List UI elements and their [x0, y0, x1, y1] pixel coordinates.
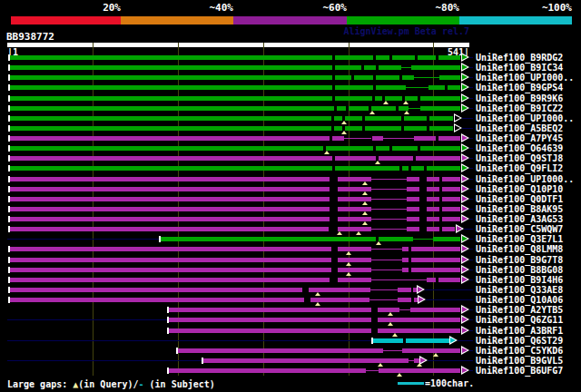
hit-label[interactable]: UniRef100_UPI000.. — [476, 73, 574, 83]
hit-row[interactable] — [7, 53, 473, 63]
hit-row[interactable] — [7, 93, 473, 103]
hit-label[interactable]: UniRef100_C5WQW7 — [476, 224, 563, 234]
hit-row[interactable] — [7, 103, 473, 113]
scale-label: 20% — [103, 2, 121, 14]
hit-label[interactable]: UniRef100_B9GVL5 — [476, 356, 563, 366]
hit-row[interactable] — [7, 244, 473, 254]
hit-row[interactable] — [7, 224, 473, 234]
hit-label[interactable]: UniRef100_A3AG53 — [476, 214, 563, 224]
watermark-text: AlignView.pm Beta rel.7 — [344, 26, 469, 36]
query-name: BB938772 — [6, 31, 54, 43]
hit-row[interactable] — [7, 163, 473, 173]
hit-row[interactable] — [7, 214, 473, 224]
hit-label[interactable]: UniRef100_Q0DTF1 — [476, 194, 563, 204]
hit-label[interactable]: UniRef100_B9ICZ2 — [476, 103, 563, 113]
query-ruler-bar — [7, 43, 469, 47]
hit-label[interactable]: UniRef100_B9GPS4 — [476, 83, 563, 93]
hit-row[interactable] — [7, 356, 473, 366]
hit-label[interactable]: UniRef100_Q3E7L1 — [476, 234, 563, 244]
hit-row[interactable] — [7, 285, 473, 295]
legend-suffix: (in Subject) — [144, 379, 215, 389]
hit-label[interactable]: UniRef100_B9RDG2 — [476, 53, 563, 63]
alignment-overview-page: 20%~40%~60%~80%~100% BB938772 AlignView.… — [0, 0, 581, 392]
scale-segment-cyan — [459, 16, 572, 24]
hit-label[interactable]: UniRef100_Q9FLI2 — [476, 163, 563, 173]
hit-label[interactable]: UniRef100_UPI000.. — [476, 174, 574, 184]
hit-row[interactable] — [7, 336, 473, 346]
hit-label[interactable]: UniRef100_A7PY45 — [476, 133, 563, 143]
legend-mid: (in Query)/ — [78, 379, 138, 389]
scale-label: ~100% — [542, 2, 572, 14]
hit-label[interactable]: UniRef100_Q10A06 — [476, 295, 563, 305]
hit-row[interactable] — [7, 275, 473, 285]
hit-row[interactable] — [7, 184, 473, 194]
hit-row[interactable] — [7, 83, 473, 93]
scale-label: ~80% — [436, 2, 460, 14]
hit-row[interactable] — [7, 153, 473, 163]
hit-row[interactable] — [7, 194, 473, 204]
hit-row[interactable] — [7, 73, 473, 83]
hit-label[interactable]: UniRef100_A5BEQ2 — [476, 123, 563, 133]
hit-row[interactable] — [7, 174, 473, 184]
legend-prefix: Large gaps: — [7, 379, 73, 389]
hit-row[interactable] — [7, 204, 473, 214]
scale-segment-orange — [121, 16, 233, 24]
hit-row[interactable] — [7, 265, 473, 275]
hit-row[interactable] — [7, 326, 473, 336]
hit-row[interactable] — [7, 133, 473, 143]
hit-row[interactable] — [7, 143, 473, 153]
hit-label[interactable]: UniRef100_Q33AE8 — [476, 285, 563, 295]
hit-label[interactable]: UniRef100_UPI000.. — [476, 113, 574, 123]
hit-label[interactable]: UniRef100_B8BG08 — [476, 265, 563, 275]
scale-label: ~40% — [210, 2, 234, 14]
hit-label[interactable]: UniRef100_Q6ST29 — [476, 336, 563, 346]
scale-segment-purple — [233, 16, 347, 24]
hit-row[interactable] — [7, 113, 473, 123]
hit-label[interactable]: UniRef100_Q9STJ8 — [476, 153, 563, 163]
gaps-legend: Large gaps: ▲(in Query)/- (in Subject) — [7, 379, 215, 389]
hit-row[interactable] — [7, 255, 473, 265]
hit-row[interactable] — [7, 315, 473, 325]
hit-row[interactable] — [7, 123, 473, 133]
hit-label[interactable]: UniRef100_A2YTB5 — [476, 305, 563, 315]
hit-label[interactable]: UniRef100_O64639 — [476, 143, 563, 153]
hit-label[interactable]: UniRef100_Q10P10 — [476, 184, 563, 194]
hit-label[interactable]: UniRef100_B6UFG7 — [476, 366, 563, 376]
scale-label: ~60% — [323, 2, 348, 14]
hit-label[interactable]: UniRef100_A3BRF1 — [476, 326, 563, 336]
hit-label[interactable]: UniRef100_B9R9K6 — [476, 93, 563, 103]
hit-row[interactable] — [7, 346, 473, 356]
hit-row[interactable] — [7, 234, 473, 244]
hit-label[interactable]: UniRef100_C5YKD6 — [476, 346, 563, 356]
hit-label[interactable]: UniRef100_B9I4H6 — [476, 275, 563, 285]
hit-row[interactable] — [7, 305, 473, 315]
hit-row[interactable] — [7, 366, 473, 376]
hit-label[interactable]: UniRef100_B9G7T8 — [476, 255, 563, 265]
legend-scale-bar-icon — [398, 382, 424, 385]
hit-label[interactable]: UniRef100_Q8LMM8 — [476, 244, 563, 254]
legend-scale-text: =100char. — [425, 378, 474, 388]
scale-segment-red — [11, 16, 121, 24]
hit-label[interactable]: UniRef100_B8AK95 — [476, 204, 563, 214]
hit-label[interactable]: UniRef100_B9IC34 — [476, 63, 563, 73]
hit-row[interactable] — [7, 63, 473, 73]
scale-segment-green — [347, 16, 459, 24]
hit-label[interactable]: UniRef100_Q6ZG11 — [476, 315, 563, 325]
hit-row[interactable] — [7, 295, 473, 305]
